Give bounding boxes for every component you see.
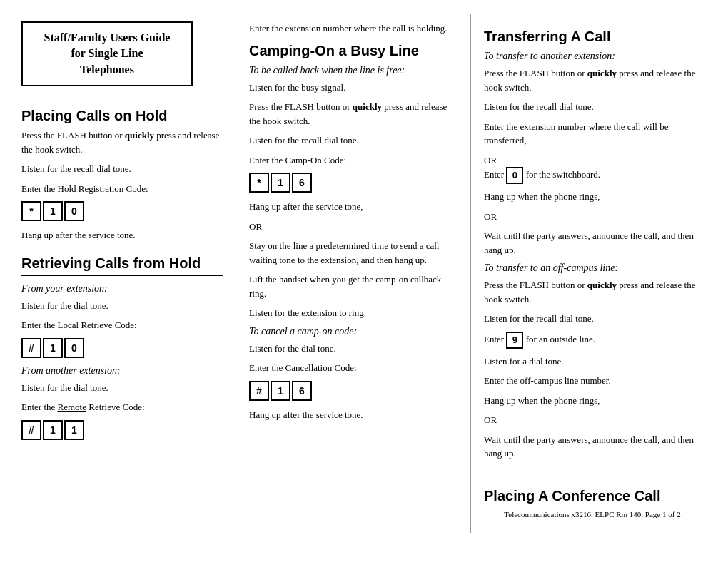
key-0: 0: [64, 201, 84, 221]
col-right-inner: Transferring A Call To transfer to anoth…: [484, 21, 701, 526]
key-hash3: #: [249, 381, 269, 401]
cancel-camp-on-sub: To cancel a camp-on code:: [249, 326, 457, 337]
section-retrieving-title: Retrieving Calls from Hold: [21, 255, 223, 276]
col-left: Staff/Faculty Users Guide for Single Lin…: [14, 14, 236, 533]
footer-text: Telecommunications x3216, ELPC Rm 140, P…: [484, 509, 701, 521]
section-placing-calls-title: Placing Calls on Hold: [21, 108, 223, 124]
hold-registration-keypad: * 1 0: [21, 201, 223, 221]
camp-on-keypad: * 1 6: [249, 173, 457, 193]
mid-p2: Press the FLASH button or quickly press …: [249, 100, 457, 128]
right-p10: Enter the off-campus line number.: [484, 374, 701, 388]
mid-p7: Lift the handset when you get the camp-o…: [249, 272, 457, 300]
mid-intro-p: Enter the extension number where the cal…: [249, 21, 457, 36]
mid-p11: Hang up after the service tone.: [249, 408, 457, 422]
key-1: 1: [43, 201, 63, 221]
right-p6: Press the FLASH button or quickly press …: [484, 278, 701, 306]
mid-p6: Stay on the line a predetermined time to…: [249, 239, 457, 267]
right-p3: Enter the extension number where the cal…: [484, 120, 701, 148]
key-1e: 1: [271, 173, 290, 193]
right-or3: OR: [484, 413, 701, 427]
right-p12: Wait until the party answers, announce t…: [484, 433, 701, 461]
mid-p1: Listen for the busy signal.: [249, 81, 457, 95]
key-hash: #: [21, 338, 41, 358]
key-star2: *: [249, 173, 269, 193]
local-retrieve-keypad: # 1 0: [21, 338, 223, 358]
transfer-off-campus-sub: To transfer to an off-campus line:: [484, 262, 701, 274]
transfer-another-ext-sub: To transfer to another extension:: [484, 51, 701, 62]
cancellation-keypad: # 1 6: [249, 381, 457, 401]
mid-p10: Enter the Cancellation Code:: [249, 361, 457, 375]
key-0-switchboard: 0: [506, 167, 523, 184]
page-layout: Staff/Faculty Users Guide for Single Lin…: [14, 14, 714, 533]
placing-calls-p2: Listen for the recall dial tone.: [21, 162, 223, 176]
key-1f: 1: [271, 381, 290, 401]
key-1b: 1: [43, 338, 63, 358]
right-or2: OR: [484, 210, 701, 224]
right-p2: Listen for the recall dial tone.: [484, 100, 701, 114]
key-1d: 1: [64, 420, 84, 440]
right-or1: OR Enter 0 for the switchboard.: [484, 153, 701, 185]
retrieve-p4: Enter the Remote Retrieve Code:: [21, 400, 223, 414]
col-right: Transferring A Call To transfer to anoth…: [471, 14, 714, 533]
transferring-section: Transferring A Call To transfer to anoth…: [484, 21, 701, 466]
placing-calls-p4: Hang up after the service tone.: [21, 228, 223, 242]
section-transferring-title: Transferring A Call: [484, 29, 701, 45]
retrieve-p3: Listen for the dial tone.: [21, 381, 223, 395]
title-line3: Telephones: [33, 62, 181, 78]
key-9-outside: 9: [506, 332, 523, 349]
right-p7: Listen for the recall dial tone.: [484, 312, 701, 326]
retrieve-p1: Listen for the dial tone.: [21, 299, 223, 313]
title-box: Staff/Faculty Users Guide for Single Lin…: [21, 21, 193, 86]
title-line1: Staff/Faculty Users Guide: [33, 30, 181, 46]
mid-p9: Listen for the dial tone.: [249, 342, 457, 356]
conference-section: Placing A Conference Call Telecommunicat…: [484, 481, 701, 526]
from-your-extension-sub: From your extension:: [21, 283, 223, 295]
col-mid: Enter the extension number where the cal…: [236, 14, 471, 533]
mid-p3: Listen for the recall dial tone.: [249, 133, 457, 148]
key-1c: 1: [43, 420, 63, 440]
key-hash2: #: [21, 420, 41, 440]
right-p11: Hang up when the phone rings,: [484, 394, 701, 408]
right-p8: Enter 9 for an outside line.: [484, 332, 701, 349]
title-line2: for Single Line: [33, 46, 181, 61]
key-6b: 6: [292, 381, 312, 401]
from-another-extension-sub: From another extension:: [21, 365, 223, 377]
right-p1: Press the FLASH button or quickly press …: [484, 66, 701, 94]
right-p5: Wait until the party answers, announce t…: [484, 229, 701, 257]
section-camping-title: Camping-On a Busy Line: [249, 43, 457, 59]
placing-calls-p1: Press the FLASH button or quickly press …: [21, 128, 223, 156]
mid-p5: Hang up after the service tone,: [249, 200, 457, 214]
section-conference-title: Placing A Conference Call: [484, 488, 701, 504]
called-back-sub: To be called back when the line is free:: [249, 65, 457, 76]
remote-retrieve-keypad: # 1 1: [21, 420, 223, 440]
mid-p8: Listen for the extension to ring.: [249, 306, 457, 320]
key-0b: 0: [64, 338, 84, 358]
mid-or1: OR: [249, 220, 457, 234]
retrieve-p2: Enter the Local Retrieve Code:: [21, 318, 223, 332]
placing-calls-p3: Enter the Hold Registration Code:: [21, 182, 223, 196]
key-star: *: [21, 201, 41, 221]
key-6: 6: [292, 173, 312, 193]
mid-p4: Enter the Camp-On Code:: [249, 153, 457, 168]
right-p4: Hang up when the phone rings,: [484, 190, 701, 204]
right-p9: Listen for a dial tone.: [484, 354, 701, 369]
